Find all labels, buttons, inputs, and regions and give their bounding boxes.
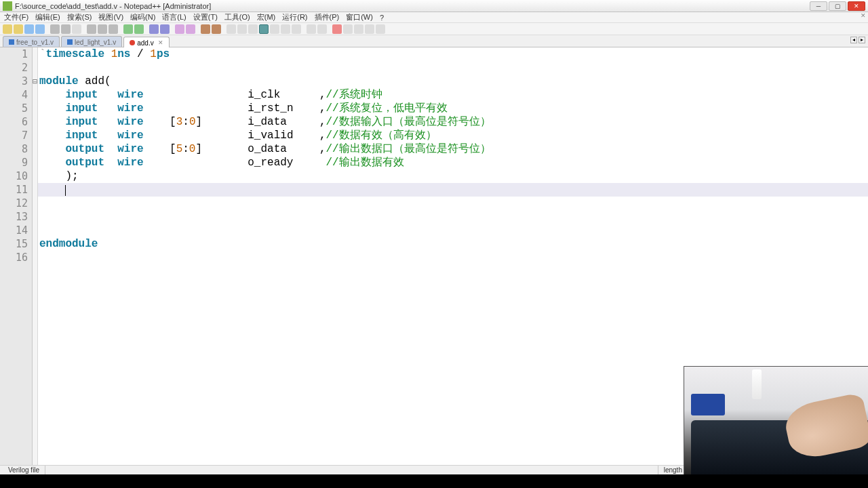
sync-v-icon[interactable] (201, 24, 210, 34)
secondary-close-icon[interactable]: ✕ (860, 12, 867, 19)
file-dirty-icon (130, 40, 135, 45)
close-file-icon[interactable] (50, 24, 60, 34)
webcam-overlay (684, 366, 868, 474)
maximize-button[interactable]: ▢ (829, 1, 846, 11)
zoom-out-icon[interactable] (186, 24, 195, 34)
play-macro-icon[interactable] (354, 24, 363, 34)
tab-next-button[interactable]: ▸ (859, 37, 865, 43)
wrap-icon[interactable] (226, 24, 236, 34)
show-all-chars-icon[interactable] (237, 24, 247, 34)
menu-encoding[interactable]: 编码(N) (130, 12, 155, 22)
stop-macro-icon[interactable] (343, 24, 353, 34)
find-icon[interactable] (149, 24, 159, 34)
copy-icon[interactable] (98, 24, 107, 34)
window-controls: ─ ▢ ✕ (808, 1, 865, 11)
close-tab-icon[interactable]: ✕ (158, 39, 163, 46)
dev-board (691, 394, 725, 415)
tab-file-2[interactable]: led_light_v1.v (61, 36, 122, 47)
fold-column[interactable]: ⊟ (33, 47, 38, 470)
minimize-button[interactable]: ─ (810, 1, 827, 11)
tab-file-1[interactable]: free_to_v1.v (3, 36, 60, 47)
menubar: 文件(F) 编辑(E) 搜索(S) 视图(V) 编码(N) 语言(L) 设置(T… (0, 12, 868, 23)
new-file-icon[interactable] (3, 24, 12, 34)
replace-icon[interactable] (160, 24, 170, 34)
menu-edit[interactable]: 编辑(E) (35, 12, 60, 22)
menu-run[interactable]: 运行(R) (282, 12, 307, 22)
save-all-icon[interactable] (35, 24, 45, 34)
redo-icon[interactable] (134, 24, 144, 34)
spell-icon[interactable] (317, 24, 327, 34)
tab-label: led_light_v1.v (75, 39, 116, 46)
app-icon (3, 1, 12, 11)
menu-help[interactable]: ? (380, 14, 384, 22)
paste-icon[interactable] (108, 24, 118, 34)
tab-prev-button[interactable]: ◂ (850, 37, 857, 43)
sync-h-icon[interactable] (212, 24, 221, 34)
menu-view[interactable]: 视图(V) (98, 12, 123, 22)
menu-language[interactable]: 语言(L) (162, 12, 186, 22)
line-number-gutter: 12345678910111213141516 (0, 47, 33, 470)
close-button[interactable]: ✕ (848, 1, 865, 11)
file-saved-icon (67, 39, 73, 45)
tab-label: free_to_v1.v (16, 39, 54, 46)
file-saved-icon (9, 39, 14, 45)
save-macro-icon[interactable] (376, 24, 385, 34)
menu-search[interactable]: 搜索(S) (67, 12, 92, 22)
undo-icon[interactable] (123, 24, 133, 34)
indent-guide-icon[interactable] (248, 24, 258, 34)
open-file-icon[interactable] (14, 24, 23, 34)
user-lang-icon[interactable] (259, 24, 269, 34)
menu-settings[interactable]: 设置(T) (193, 12, 218, 22)
cut-icon[interactable] (87, 24, 96, 34)
taskbar[interactable] (0, 474, 868, 488)
doc-map-icon[interactable] (270, 24, 279, 34)
print-icon[interactable] (72, 24, 81, 34)
record-macro-icon[interactable] (332, 24, 342, 34)
menu-plugins[interactable]: 插件(P) (315, 12, 340, 22)
zoom-in-icon[interactable] (175, 24, 184, 34)
play-multi-icon[interactable] (365, 24, 374, 34)
monitor-icon[interactable] (307, 24, 316, 34)
menu-file[interactable]: 文件(F) (4, 12, 28, 22)
tabbar: free_to_v1.v led_light_v1.v add.v ✕ ◂ ▸ (0, 35, 868, 47)
toolbar (0, 23, 868, 35)
menu-window[interactable]: 窗口(W) (346, 12, 373, 22)
tab-nav: ◂ ▸ (850, 37, 865, 43)
tab-file-3[interactable]: add.v ✕ (123, 37, 169, 47)
close-all-icon[interactable] (61, 24, 71, 34)
status-spacer (45, 466, 658, 474)
save-icon[interactable] (24, 24, 34, 34)
func-list-icon[interactable] (281, 24, 290, 34)
menu-macro[interactable]: 宏(M) (257, 12, 276, 22)
folder-icon[interactable] (292, 24, 301, 34)
tab-label: add.v (137, 39, 153, 47)
status-filetype: Verilog file (3, 466, 45, 474)
bottle (752, 369, 762, 399)
window-title: F:\source_code\add_test\add.v - Notepad+… (15, 2, 808, 10)
menu-tools[interactable]: 工具(O) (224, 12, 250, 22)
titlebar: F:\source_code\add_test\add.v - Notepad+… (0, 0, 868, 12)
